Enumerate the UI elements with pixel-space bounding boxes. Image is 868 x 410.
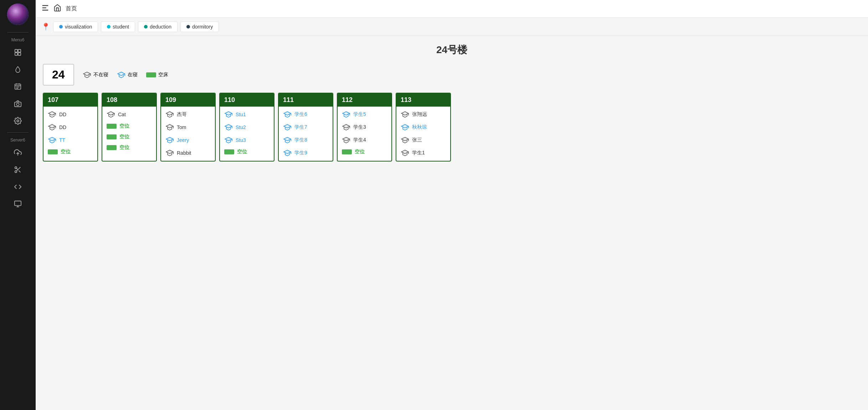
tab-student-label: student	[113, 24, 129, 30]
student-row[interactable]: 秋秋琼	[396, 121, 450, 134]
student-name: 学生6	[294, 111, 307, 118]
tab-dormitory[interactable]: dormitory	[180, 21, 219, 32]
menu-label: Menu6	[11, 37, 25, 42]
tab-dot-dormitory	[186, 25, 190, 29]
empty-bed-label: 空位	[119, 144, 129, 151]
svg-marker-47	[225, 124, 232, 128]
tab-student[interactable]: student	[101, 21, 135, 32]
student-name: 张三	[412, 137, 422, 143]
absent-mortar-icon	[342, 123, 350, 132]
empty-bed-label: 空位	[119, 123, 129, 129]
page-title: 24号楼	[436, 44, 467, 55]
student-row[interactable]: 张三	[396, 134, 450, 147]
student-row[interactable]: 空位	[102, 142, 156, 153]
student-row[interactable]: 张翔远	[396, 108, 450, 121]
svg-marker-37	[166, 112, 173, 115]
tab-deduction-label: deduction	[150, 24, 171, 30]
student-row[interactable]: 空位	[338, 147, 391, 157]
student-row[interactable]: Jeery	[161, 134, 215, 147]
scissors-icon[interactable]	[11, 163, 25, 177]
svg-marker-71	[401, 150, 409, 154]
student-name: Cat	[118, 112, 126, 117]
student-row[interactable]: TT	[43, 134, 97, 147]
tag-icon[interactable]	[11, 45, 25, 60]
avatar[interactable]	[7, 4, 29, 25]
svg-point-14	[15, 167, 17, 169]
svg-marker-39	[166, 124, 173, 128]
student-row[interactable]: Stu1	[220, 108, 274, 121]
student-row[interactable]: DD	[43, 121, 97, 134]
room-header-110: 110	[220, 93, 274, 107]
absent-mortar-icon	[401, 149, 409, 157]
room-header-111: 111	[279, 93, 333, 107]
tab-visualization[interactable]: visualization	[53, 21, 98, 32]
code-block-icon[interactable]	[11, 180, 25, 194]
present-mortar-icon	[48, 136, 56, 144]
nav-bar: 📍 visualization student deduction dormit…	[36, 18, 868, 36]
student-name: 学生5	[353, 111, 366, 118]
absent-mortar-icon	[48, 123, 56, 132]
student-row[interactable]: 学生8	[279, 134, 333, 147]
present-mortar-icon	[342, 110, 350, 119]
present-mortar-icon	[283, 110, 292, 119]
building-number-box: 24	[43, 64, 74, 86]
student-row[interactable]: Cat	[102, 108, 156, 121]
tab-dot-visualization	[59, 25, 63, 29]
room-body-108: Cat空位空位空位	[102, 107, 156, 154]
student-name: 学生8	[294, 137, 307, 143]
student-row[interactable]: 空位	[102, 121, 156, 132]
student-row[interactable]: 学生3	[338, 121, 391, 134]
room-header-109: 109	[161, 93, 215, 107]
gear-icon[interactable]	[11, 114, 25, 128]
student-name: 学生3	[353, 124, 366, 130]
student-row[interactable]: 学生7	[279, 121, 333, 134]
svg-marker-31	[48, 124, 56, 128]
legend-absent: 不在寝	[83, 71, 108, 79]
svg-marker-43	[166, 150, 173, 154]
empty-bed-label: 空位	[61, 149, 71, 155]
room-body-109: 杰哥TomJeeryRabbit	[161, 107, 215, 161]
student-name: DD	[59, 124, 66, 130]
student-row[interactable]: Stu2	[220, 121, 274, 134]
student-name: 杰哥	[177, 111, 187, 118]
svg-marker-33	[48, 137, 56, 141]
present-label: 在寝	[128, 72, 138, 78]
student-row[interactable]: 学生6	[279, 108, 333, 121]
student-row[interactable]: Tom	[161, 121, 215, 134]
present-mortar-icon	[283, 136, 292, 144]
cloud-upload-icon[interactable]	[11, 145, 25, 160]
tab-deduction[interactable]: deduction	[138, 21, 178, 32]
calendar-icon[interactable]	[11, 80, 25, 94]
student-row[interactable]: Stu3	[220, 134, 274, 147]
svg-marker-63	[343, 137, 350, 141]
student-row[interactable]: 学生1	[396, 147, 450, 159]
student-row[interactable]: DD	[43, 108, 97, 121]
student-name: Jeery	[177, 137, 189, 143]
device-icon[interactable]	[11, 197, 25, 211]
room-card-111: 111学生6学生7学生8学生9	[278, 93, 333, 162]
svg-point-11	[16, 103, 19, 106]
svg-marker-61	[343, 124, 350, 128]
student-row[interactable]: 学生4	[338, 134, 391, 147]
drop-icon[interactable]	[11, 62, 25, 77]
room-card-110: 110Stu1Stu2Stu3空位	[219, 93, 274, 162]
empty-bed-icon	[224, 149, 234, 154]
camera-icon[interactable]	[11, 97, 25, 111]
svg-rect-2	[15, 53, 17, 55]
student-row[interactable]: 空位	[220, 147, 274, 157]
absent-mortar-icon	[107, 110, 115, 119]
svg-marker-55	[284, 137, 291, 141]
student-row[interactable]: 学生9	[279, 147, 333, 159]
student-row[interactable]: 学生5	[338, 108, 391, 121]
svg-marker-67	[401, 124, 409, 128]
room-card-107: 107DDDDTT空位	[43, 93, 98, 162]
student-row[interactable]: 空位	[43, 147, 97, 157]
home-nav-icon[interactable]	[53, 4, 61, 14]
student-row[interactable]: 杰哥	[161, 108, 215, 121]
student-row[interactable]: 空位	[102, 132, 156, 142]
student-row[interactable]: Rabbit	[161, 147, 215, 159]
empty-bed-label: 空位	[237, 149, 247, 155]
content-area: 24号楼 24 不在寝 在寝	[36, 36, 868, 410]
student-name: 张翔远	[412, 111, 427, 118]
hamburger-menu-icon[interactable]	[41, 4, 49, 14]
